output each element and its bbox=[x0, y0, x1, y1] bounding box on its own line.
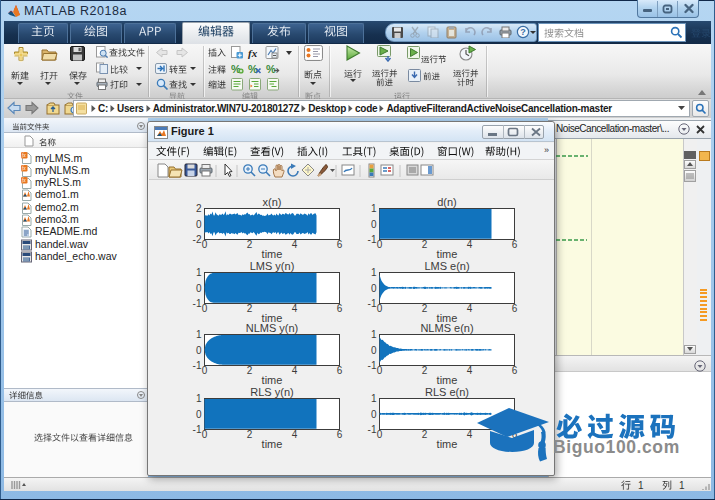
svg-text:0: 0 bbox=[196, 283, 202, 294]
svg-text:NLMS y(n): NLMS y(n) bbox=[246, 322, 299, 334]
svg-text:NLMS e(n): NLMS e(n) bbox=[420, 322, 473, 334]
svg-text:2: 2 bbox=[247, 429, 253, 440]
svg-text:time: time bbox=[437, 248, 458, 260]
svg-text:6: 6 bbox=[512, 303, 518, 314]
svg-text:fx: fx bbox=[22, 165, 27, 171]
svg-text:0: 0 bbox=[371, 409, 377, 420]
svg-text:6: 6 bbox=[337, 239, 343, 250]
svg-text:RLS y(n): RLS y(n) bbox=[250, 386, 293, 398]
svg-text:-1: -1 bbox=[193, 424, 202, 435]
svg-text:fx: fx bbox=[22, 177, 27, 183]
svg-text:4: 4 bbox=[292, 365, 298, 376]
svg-text:x(n): x(n) bbox=[263, 196, 282, 208]
svg-text:-1: -1 bbox=[193, 360, 202, 371]
svg-text:1: 1 bbox=[196, 329, 202, 340]
svg-text:1: 1 bbox=[196, 267, 202, 278]
svg-text:0: 0 bbox=[371, 283, 377, 294]
svg-text:time: time bbox=[262, 438, 283, 450]
svg-text:6: 6 bbox=[337, 303, 343, 314]
svg-text:0: 0 bbox=[202, 365, 208, 376]
svg-text:4: 4 bbox=[467, 365, 473, 376]
svg-text:2: 2 bbox=[247, 365, 253, 376]
svg-text:4: 4 bbox=[292, 303, 298, 314]
svg-text:2: 2 bbox=[196, 203, 202, 214]
svg-text:LMS e(n): LMS e(n) bbox=[424, 260, 469, 272]
svg-text:fx: fx bbox=[22, 152, 27, 158]
svg-text:-1: -1 bbox=[368, 360, 377, 371]
svg-text:2: 2 bbox=[247, 303, 253, 314]
svg-text:0: 0 bbox=[371, 219, 377, 230]
svg-text:time: time bbox=[437, 438, 458, 450]
svg-text:?: ? bbox=[520, 27, 526, 37]
svg-text:0: 0 bbox=[377, 429, 383, 440]
svg-text:0: 0 bbox=[202, 303, 208, 314]
svg-text:fx: fx bbox=[248, 47, 258, 59]
svg-text:0: 0 bbox=[377, 303, 383, 314]
svg-text:6: 6 bbox=[512, 365, 518, 376]
svg-text:4: 4 bbox=[467, 303, 473, 314]
svg-text:0: 0 bbox=[196, 219, 202, 230]
svg-text:-1: -1 bbox=[368, 234, 377, 245]
svg-text:-2: -2 bbox=[193, 234, 202, 245]
svg-text:0: 0 bbox=[202, 239, 208, 250]
svg-text:RLS e(n): RLS e(n) bbox=[425, 386, 469, 398]
svg-text:1: 1 bbox=[196, 393, 202, 404]
svg-text:2: 2 bbox=[422, 239, 428, 250]
svg-text:0: 0 bbox=[196, 409, 202, 420]
svg-text:0: 0 bbox=[371, 345, 377, 356]
svg-text:0: 0 bbox=[196, 345, 202, 356]
svg-text:-1: -1 bbox=[193, 298, 202, 309]
svg-text:2: 2 bbox=[422, 429, 428, 440]
svg-text:LMS y(n): LMS y(n) bbox=[250, 260, 295, 272]
svg-text:4: 4 bbox=[292, 239, 298, 250]
svg-text:2: 2 bbox=[422, 365, 428, 376]
svg-text:2: 2 bbox=[422, 303, 428, 314]
svg-text:d(n): d(n) bbox=[437, 196, 457, 208]
svg-text:time: time bbox=[262, 248, 283, 260]
svg-text:6: 6 bbox=[337, 429, 343, 440]
svg-text:0: 0 bbox=[377, 239, 383, 250]
svg-text:%: % bbox=[266, 63, 276, 75]
svg-text:0: 0 bbox=[377, 365, 383, 376]
svg-text:time: time bbox=[437, 374, 458, 386]
svg-text:time: time bbox=[262, 374, 283, 386]
svg-text:2: 2 bbox=[247, 239, 253, 250]
svg-text:4: 4 bbox=[292, 429, 298, 440]
svg-text:0: 0 bbox=[202, 429, 208, 440]
svg-text:1: 1 bbox=[371, 329, 377, 340]
svg-text:1: 1 bbox=[371, 203, 377, 214]
svg-text:1: 1 bbox=[371, 267, 377, 278]
svg-text:-1: -1 bbox=[368, 298, 377, 309]
svg-text:6: 6 bbox=[337, 365, 343, 376]
svg-text:-1: -1 bbox=[368, 424, 377, 435]
svg-text:6: 6 bbox=[512, 239, 518, 250]
svg-text:4: 4 bbox=[467, 239, 473, 250]
svg-text:1: 1 bbox=[371, 393, 377, 404]
